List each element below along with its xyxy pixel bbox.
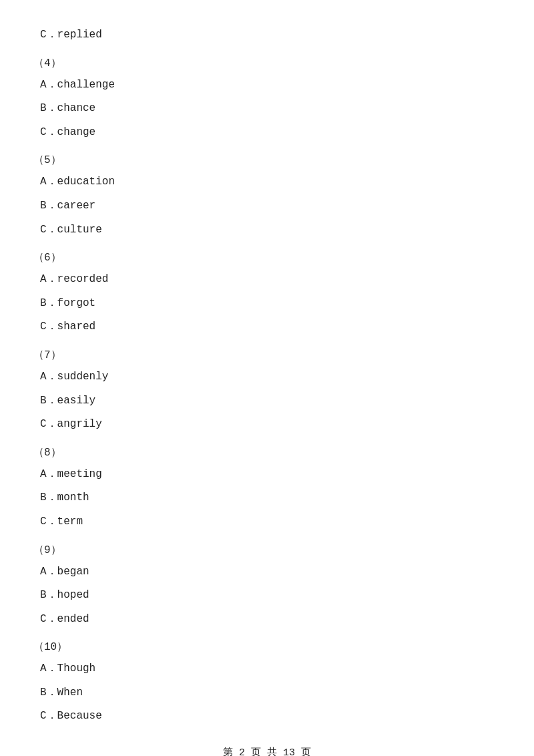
option-q10-a: A．Though xyxy=(40,660,494,678)
option-q6-c: C．shared xyxy=(40,319,494,336)
option-q7-a: A．suddenly xyxy=(40,369,494,386)
question-number-7: （7） xyxy=(33,348,494,362)
option-q7-b: B．easily xyxy=(40,393,494,410)
page-footer: 第 2 页 共 13 页 xyxy=(0,746,534,756)
option-q4-a: A．challenge xyxy=(40,77,494,94)
question-number-6: （6） xyxy=(33,250,494,264)
question-number-9: （9） xyxy=(33,543,494,557)
question-number-8: （8） xyxy=(33,445,494,459)
option-q5-c: C．culture xyxy=(40,222,494,239)
option-q9-c: C．ended xyxy=(40,611,494,628)
option-q8-a: A．meeting xyxy=(40,466,494,484)
option-q3-c: C．replied xyxy=(40,27,494,44)
option-q7-c: C．angrily xyxy=(40,416,494,433)
option-q10-c: C．Because xyxy=(40,708,494,725)
option-q10-b: B．When xyxy=(40,685,494,702)
option-q8-c: C．term xyxy=(40,514,494,531)
question-number-10: （10） xyxy=(33,640,494,654)
main-content: C．replied （4） A．challenge B．chance C．cha… xyxy=(0,0,534,756)
question-number-4: （4） xyxy=(33,56,494,70)
question-number-5: （5） xyxy=(33,153,494,167)
option-q9-a: A．began xyxy=(40,564,494,581)
option-q4-c: C．change xyxy=(40,124,494,142)
option-q5-b: B．career xyxy=(40,198,494,215)
option-q5-a: A．education xyxy=(40,174,494,191)
option-q6-b: B．forgot xyxy=(40,295,494,313)
option-q4-b: B．chance xyxy=(40,100,494,118)
option-q6-a: A．recorded xyxy=(40,271,494,289)
option-q9-b: B．hoped xyxy=(40,587,494,604)
option-q8-b: B．month xyxy=(40,490,494,507)
